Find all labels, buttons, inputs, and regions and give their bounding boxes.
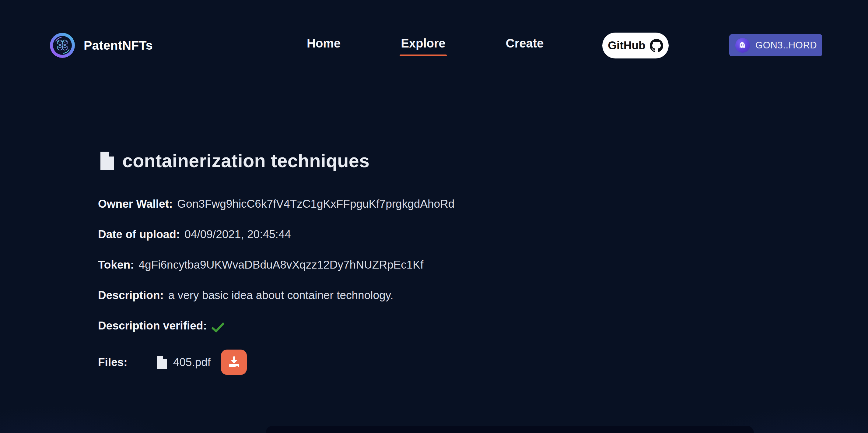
wallet-button[interactable]: GON3..HORD — [729, 34, 823, 56]
nav-item-home[interactable]: Home — [307, 36, 341, 56]
nav-item-create[interactable]: Create — [506, 36, 544, 56]
github-icon — [650, 39, 663, 52]
owner-wallet-value: Gon3Fwg9hicC6k7fV4TzC1gKxFFpguKf7prgkgdA… — [177, 197, 455, 211]
description-verified-label: Description verified: — [98, 319, 207, 333]
upload-date-row: Date of upload: 04/09/2021, 20:45:44 — [98, 228, 455, 241]
token-value: 4gFi6ncytba9UKWvaDBduA8vXqzz12Dy7hNUZRpE… — [139, 258, 424, 271]
token-row: Token: 4gFi6ncytba9UKWvaDBduA8vXqzz12Dy7… — [98, 258, 455, 271]
file-icon — [157, 355, 167, 369]
files-row: Files: 405.pdf — [98, 350, 455, 375]
token-label: Token: — [98, 258, 134, 271]
upload-date-value: 04/09/2021, 20:45:44 — [184, 228, 291, 241]
download-icon — [227, 356, 241, 369]
download-button[interactable] — [221, 350, 247, 375]
main-nav: Home Explore Create — [307, 36, 544, 56]
owner-wallet-label: Owner Wallet: — [98, 197, 173, 211]
description-verified-row: Description verified: — [98, 319, 455, 333]
github-button[interactable]: GitHub — [602, 33, 669, 58]
brand[interactable]: PatentNFTs — [50, 33, 153, 58]
page-title: containerization techniques — [122, 150, 370, 171]
owner-wallet-row: Owner Wallet: Gon3Fwg9hicC6k7fV4TzC1gKxF… — [98, 197, 455, 211]
patentnfts-logo-icon — [50, 33, 75, 58]
patent-title-row: containerization techniques — [100, 138, 370, 184]
phantom-ghost-icon — [735, 38, 750, 53]
description-value: a very basic idea about container techno… — [168, 289, 394, 302]
files-label: Files: — [98, 356, 127, 369]
description-label: Description: — [98, 289, 164, 302]
description-row: Description: a very basic idea about con… — [98, 289, 455, 302]
file-item: 405.pdf — [157, 350, 247, 375]
upload-date-label: Date of upload: — [98, 228, 180, 241]
bottom-card-edge — [266, 426, 754, 433]
github-button-label: GitHub — [608, 39, 645, 52]
patent-details: Owner Wallet: Gon3Fwg9hicC6k7fV4TzC1gKxF… — [98, 197, 455, 375]
brand-name: PatentNFTs — [84, 38, 153, 53]
nav-item-explore[interactable]: Explore — [401, 36, 445, 56]
file-name: 405.pdf — [173, 356, 211, 369]
wallet-address-label: GON3..HORD — [755, 40, 817, 51]
check-icon — [212, 322, 224, 333]
document-icon — [100, 151, 115, 170]
